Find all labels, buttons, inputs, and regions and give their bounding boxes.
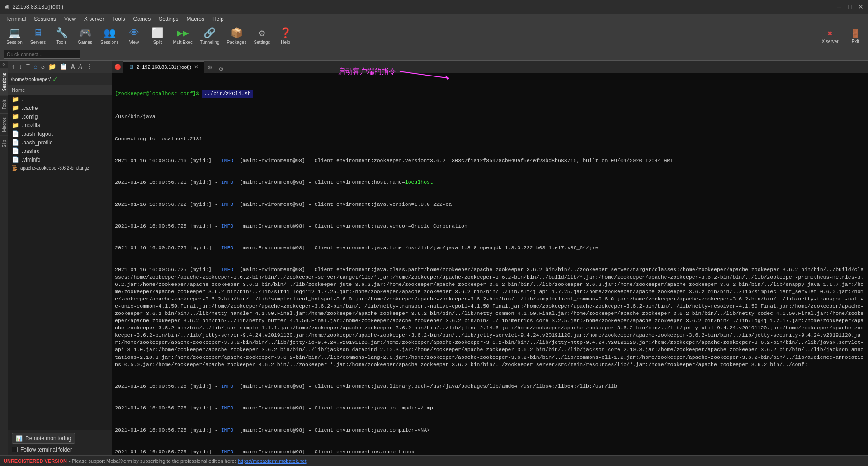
fp-down-btn[interactable]: ↓ — [17, 62, 24, 71]
toolbar-servers[interactable]: 🖥 Servers — [27, 26, 49, 46]
quick-connect-bar — [0, 48, 868, 61]
minimize-button[interactable]: ─ — [835, 3, 843, 10]
toolbar-settings[interactable]: ⚙ Settings — [251, 26, 273, 46]
toolbar-tunneling[interactable]: 🔗 Tunneling — [197, 26, 222, 46]
toolbar-session[interactable]: 💻 Session — [4, 26, 25, 46]
title-bar: 🖥 22.168.83.131([root]) ─ □ ✕ — [0, 0, 868, 14]
vtab-sessions[interactable]: Sessions — [0, 69, 8, 95]
tab-label: 2: 192.168.83.131([root]) — [137, 64, 191, 70]
fp-more-btn[interactable]: ⋮ — [85, 62, 94, 71]
maximize-button[interactable]: □ — [846, 3, 854, 10]
fp-text-btn[interactable]: T — [25, 62, 31, 71]
vtab-tools[interactable]: Tools — [0, 95, 8, 113]
fp-italic-btn[interactable]: A — [77, 62, 83, 71]
fp-bold-btn[interactable]: A — [70, 62, 76, 71]
folder-icon: 📁 — [12, 113, 19, 120]
toolbar-xserver[interactable]: ✖ X server — [817, 28, 843, 45]
terminal-output-line-11: 2021-01-16 16:00:56,726 [myid:] - INFO [… — [115, 427, 865, 434]
new-tab-button[interactable]: ⊕ — [204, 62, 215, 73]
toolbar-tools[interactable]: 🔧 Tools — [51, 26, 72, 46]
terminal-tab-1[interactable]: 🖥 2: 192.168.83.131([root]) ✕ — [123, 61, 204, 73]
file-panel-bottom: 📊 Remote monitoring Follow terminal fold… — [8, 430, 112, 455]
toolbar: 💻 Session 🖥 Servers 🔧 Tools 🎮 Games 👥 Se… — [0, 24, 868, 48]
vtab-slip[interactable]: Slip — [0, 136, 8, 151]
file-item-bash-profile[interactable]: 📄 .bash_profile — [8, 138, 112, 147]
file-item-bash-logout[interactable]: 📄 .bash_logout — [8, 129, 112, 138]
unregistered-label: UNREGISTERED VERSION — [4, 458, 67, 464]
terminal-area: 启动客户端的指令 ⛔ 🖥 2: 192.168.83.131([root]) ✕… — [112, 61, 868, 455]
toolbar-exit[interactable]: 🚪 Exit — [846, 28, 864, 45]
toolbar-games[interactable]: 🎮 Games — [74, 26, 96, 46]
sessions-label: Sessions — [100, 40, 119, 45]
monitor-icon: 📊 — [16, 435, 23, 442]
folder-icon: 📁 — [12, 122, 19, 128]
terminal-output-line-5: 2021-01-16 16:00:56,722 [myid:] - INFO [… — [115, 201, 865, 208]
status-link[interactable]: https://mobaxterm.mobatek.net — [238, 458, 307, 464]
split-icon: ⬜ — [151, 27, 164, 39]
menu-bar: Terminal Sessions View X server Tools Ga… — [0, 14, 868, 24]
menu-settings[interactable]: Settings — [155, 15, 182, 23]
fp-refresh-btn[interactable]: ↺ — [40, 62, 46, 71]
tools-label: Tools — [56, 40, 66, 45]
vtab-arrow-up[interactable]: « — [1, 61, 6, 69]
content-row: « Sessions Tools Macros Slip ↑ ↓ T ⌂ ↺ 📁… — [0, 61, 868, 455]
menu-view[interactable]: View — [61, 15, 80, 23]
toolbar-help[interactable]: ❓ Help — [275, 26, 297, 46]
help-icon: ❓ — [279, 27, 292, 39]
quick-connect-input[interactable] — [4, 50, 80, 59]
fp-up-btn[interactable]: ↑ — [10, 62, 16, 71]
menu-tools[interactable]: Tools — [109, 15, 129, 23]
file-item-mozilla[interactable]: 📁 .mozilla — [8, 121, 112, 129]
menu-macros[interactable]: Macros — [183, 15, 208, 23]
file-panel: ↑ ↓ T ⌂ ↺ 📁 📋 A A ⋮ /home/zookeeper/ ✓ N… — [8, 61, 112, 455]
path-bar: /home/zookeeper/ ✓ — [8, 73, 112, 85]
menu-sessions[interactable]: Sessions — [30, 15, 60, 23]
follow-terminal-checkbox[interactable] — [12, 447, 18, 452]
toolbar-view[interactable]: 👁 View — [123, 26, 145, 46]
session-label: Session — [6, 40, 23, 45]
archive-icon: 🗜 — [12, 165, 18, 171]
view-icon: 👁 — [129, 27, 139, 39]
tunneling-icon: 🔗 — [203, 27, 216, 39]
file-item-dotdot[interactable]: 📁 .. — [8, 95, 112, 104]
terminal-content[interactable]: [zookeeper@localhost conf]$ ../bin/zkCli… — [112, 73, 868, 455]
monitor-label: Remote monitoring — [25, 435, 71, 442]
menu-xserver[interactable]: X server — [80, 15, 108, 23]
follow-terminal-checkbox-wrap[interactable]: Follow terminal folder — [12, 447, 72, 453]
terminal-output-line-9: 2021-01-16 16:00:56,726 [myid:] - INFO [… — [115, 383, 865, 390]
tab-icon: 🖥 — [128, 64, 134, 70]
menu-help[interactable]: Help — [209, 15, 227, 23]
file-item-cache[interactable]: 📁 .cache — [8, 104, 112, 112]
file-item-config[interactable]: 📁 .config — [8, 112, 112, 121]
tab-settings-button[interactable]: ⚙ — [217, 65, 225, 73]
terminal-prompt: [zookeeper@localhost conf]$ — [115, 90, 202, 97]
toolbar-sessions[interactable]: 👥 Sessions — [98, 26, 122, 46]
remote-monitoring-button[interactable]: 📊 Remote monitoring — [12, 433, 75, 444]
path-ok-icon: ✓ — [52, 76, 58, 83]
xserver-label: X server — [821, 39, 838, 44]
status-msg: - Please support MobaXterm by subscribin… — [69, 458, 236, 464]
close-button[interactable]: ✕ — [857, 3, 864, 10]
fp-folder-btn[interactable]: 📁 — [47, 62, 57, 71]
vtab-macros[interactable]: Macros — [0, 113, 8, 136]
tab-bar-icon: ⛔ — [112, 61, 123, 73]
terminal-output-line-2: Connecting to localhost:2181 — [115, 135, 865, 143]
toolbar-split[interactable]: ⬜ Split — [147, 26, 169, 46]
fp-home-btn[interactable]: ⌂ — [32, 62, 38, 71]
menu-games[interactable]: Games — [130, 15, 155, 23]
file-item-viminfo[interactable]: 📄 .viminfo — [8, 155, 112, 164]
file-item-zookeeper-tar[interactable]: 🗜 apache-zookeeper-3.6.2-bin.tar.gz — [8, 164, 112, 172]
terminal-output-line-12: 2021-01-16 16:00:56,726 [myid:] - INFO [… — [115, 448, 865, 455]
folder-icon: 📁 — [12, 96, 19, 103]
command-line: [zookeeper@localhost conf]$ ../bin/zkCli… — [115, 90, 865, 98]
app-icon: 🖥 — [4, 3, 10, 10]
session-icon: 💻 — [9, 27, 21, 39]
settings-label: Settings — [254, 40, 270, 45]
fp-copy-btn[interactable]: 📋 — [58, 62, 69, 71]
toolbar-packages[interactable]: 📦 Packages — [224, 26, 250, 46]
menu-terminal[interactable]: Terminal — [2, 15, 29, 23]
file-item-bashrc[interactable]: 📄 .bashrc — [8, 147, 112, 155]
tab-close-button[interactable]: ✕ — [194, 64, 198, 70]
toolbar-multiexec[interactable]: ▶▶ MultiExec — [170, 26, 195, 46]
path-text: /home/zookeeper/ — [11, 76, 51, 82]
